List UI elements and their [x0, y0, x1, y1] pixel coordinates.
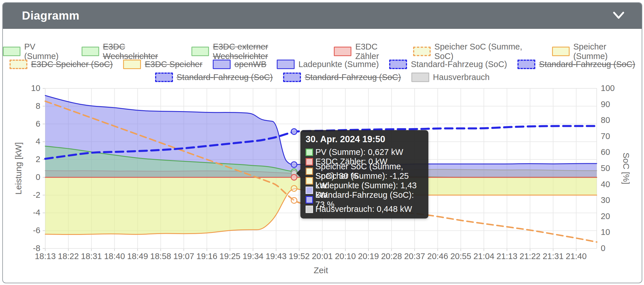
tooltip-swatch: [306, 149, 313, 156]
tick-label: 0: [3, 172, 40, 182]
tooltip-rows: PV (Summe): 0,627 kWE3DC Zähler: 0 kWSpe…: [306, 147, 423, 214]
tooltip-swatch: [306, 158, 313, 166]
app: Diagramm PV (Summe)E3DC WechselrichterE3…: [0, 0, 644, 285]
tooltip-row: Hausverbrauch: 0,448 kW: [306, 204, 423, 214]
tick-label: 70: [601, 132, 630, 141]
tick-label: 80: [601, 115, 630, 125]
tooltip-swatch: [306, 206, 313, 213]
data-point-marker: [291, 129, 297, 134]
tick-label: 10: [601, 227, 630, 237]
chart-tooltip: 30. Apr. 2024 19:50 PV (Summe): 0,627 kW…: [300, 130, 428, 219]
tooltip-row: Standard-Fahrzeug (SoC): 73 %: [306, 195, 423, 204]
data-point-marker: [291, 162, 297, 168]
tooltip-swatch: [306, 187, 313, 194]
tick-label: 6: [3, 119, 40, 129]
tooltip-swatch: [306, 168, 313, 175]
tick-label: 2: [3, 155, 40, 164]
tooltip-swatch: [306, 177, 313, 185]
tick-label: -8: [3, 244, 40, 253]
tick-label: 50: [601, 164, 630, 173]
tick-label: 60: [601, 147, 630, 157]
tooltip-row: PV (Summe): 0,627 kW: [306, 147, 423, 157]
tick-label: 90: [601, 100, 630, 109]
tick-label: 21:40: [559, 252, 594, 261]
tick-label: 8: [3, 101, 40, 111]
tick-label: 100: [601, 83, 630, 93]
tooltip-swatch: [306, 196, 313, 204]
diagram-panel: Diagramm PV (Summe)E3DC WechselrichterE3…: [2, 2, 642, 283]
tick-label: -4: [3, 208, 40, 217]
tick-label: -6: [3, 226, 40, 235]
tooltip-text: PV (Summe): 0,627 kW: [315, 147, 403, 157]
tick-label: 10: [3, 83, 40, 93]
x-axis-title: Zeit: [306, 265, 335, 275]
tick-label: 30: [601, 195, 630, 205]
tick-label: 0: [601, 244, 630, 253]
data-point-marker: [291, 186, 297, 191]
tooltip-title: 30. Apr. 2024 19:50: [306, 134, 423, 145]
tick-label: 40: [601, 180, 630, 189]
tick-label: 4: [3, 137, 40, 146]
y-axis-left-title: Leistung [kW]: [14, 140, 23, 197]
tick-label: -2: [3, 190, 40, 200]
tooltip-text: Hausverbrauch: 0,448 kW: [315, 204, 412, 214]
tick-label: 20: [601, 212, 630, 221]
data-point-marker: [291, 197, 297, 203]
